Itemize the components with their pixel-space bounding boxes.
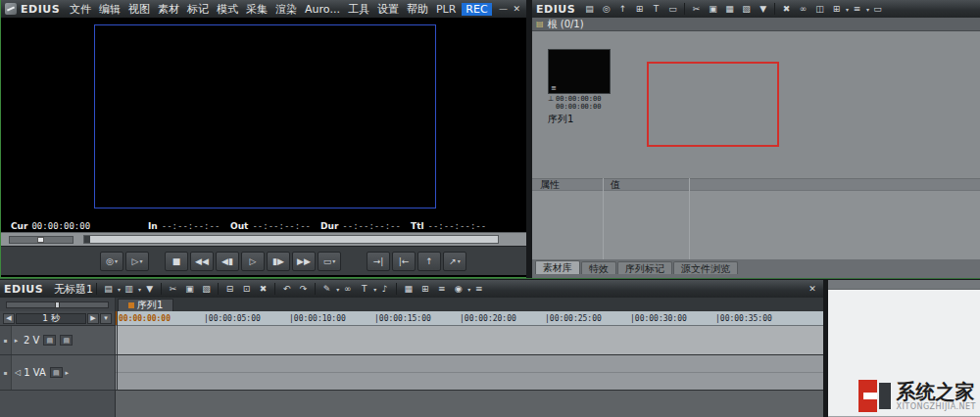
next-frame-button[interactable]: ▮▶ (267, 252, 290, 271)
track-header-2v[interactable]: ▪ ▸ 2 V ▤ ▤ (0, 326, 116, 355)
zoom-in-button[interactable]: ▶ (87, 313, 99, 324)
speaker-icon[interactable]: ◁ (15, 368, 21, 377)
stop-button[interactable]: ■ (165, 252, 188, 271)
add-cut-point-button[interactable]: ↑ (417, 252, 441, 271)
menu-file[interactable]: 文件 (66, 2, 95, 17)
title-tool-icon[interactable]: T (649, 2, 663, 16)
tab-sequence-markers[interactable]: 序列标记 (617, 261, 672, 274)
display-mode-button[interactable]: ▭▾ (318, 252, 341, 271)
delete-icon[interactable]: ✖ (256, 282, 270, 296)
monitor-icon[interactable]: ▭ (870, 2, 885, 16)
menu-tools[interactable]: 工具 (344, 2, 373, 17)
view-mode-icon[interactable]: ◫ (812, 2, 827, 16)
menu-settings[interactable]: 设置 (373, 2, 403, 17)
clip-thumbnail[interactable]: ≡ (548, 49, 611, 94)
thumbnail-toggle-icon[interactable]: ▤ (43, 335, 56, 346)
shuttle-slider[interactable] (9, 236, 74, 244)
plr-mode-button[interactable]: PLR (432, 3, 460, 16)
track-lock-strip[interactable]: ▪ (0, 355, 12, 390)
duplicate-icon[interactable]: ▦ (722, 2, 737, 16)
tab-sequence-1[interactable]: 序列1 (118, 299, 173, 311)
track-header-1va[interactable]: ▪ ◁ 1 VA ▤ ▸ (0, 355, 116, 391)
play-preset-button[interactable]: ▷▾ (125, 252, 149, 271)
menu-icon[interactable]: ≡ (471, 282, 486, 296)
mixer-icon[interactable]: ≡ (434, 282, 449, 296)
set-out-button[interactable]: |← (392, 252, 416, 271)
list-view-icon[interactable]: ≡ (850, 2, 864, 16)
copy-icon[interactable]: ▣ (706, 2, 720, 16)
rec-mode-button[interactable]: REC (462, 3, 491, 16)
pin-icon[interactable]: ▼ (756, 2, 770, 16)
delete-icon[interactable]: ✖ (779, 2, 794, 16)
shuttle-handle[interactable] (37, 237, 44, 243)
thumbnail-toggle-icon[interactable]: ▤ (50, 367, 63, 378)
redo-icon[interactable]: ↷ (296, 282, 311, 296)
undo-icon[interactable]: ↶ (279, 282, 294, 296)
playhead-line[interactable] (117, 311, 118, 391)
new-sequence-icon[interactable]: ▤ (101, 282, 116, 296)
tab-source-browser[interactable]: 源文件浏览 (673, 261, 738, 274)
paste-icon[interactable]: ▧ (739, 2, 754, 16)
bin-folder-tab[interactable]: 根 (0/1) (548, 18, 584, 31)
input-select-button[interactable]: ◎▾ (100, 252, 123, 271)
menu-mode[interactable]: 模式 (213, 2, 242, 17)
track-lane-1va[interactable] (116, 355, 823, 391)
track-expander-icon[interactable]: ▸ (63, 369, 72, 377)
tab-asset-library[interactable]: 素材库 (535, 260, 580, 274)
minimize-button[interactable]: — (498, 4, 510, 14)
track-expander-icon[interactable]: ▸ (12, 337, 21, 345)
folder-icon[interactable]: ▤ (582, 2, 597, 16)
match-frame-icon[interactable]: ⊡ (239, 282, 254, 296)
seek-handle[interactable] (84, 236, 90, 243)
voiceover-icon[interactable]: ♪ (377, 282, 392, 296)
new-folder-icon[interactable]: ⊞ (632, 2, 647, 16)
screen-capture-icon[interactable]: ▭ (665, 2, 680, 16)
timeline-zoom-slider[interactable] (6, 301, 109, 308)
cut-icon[interactable]: ✂ (689, 2, 704, 16)
save-project-icon[interactable]: ▼ (142, 282, 157, 296)
open-project-icon[interactable]: ▥ (122, 282, 136, 296)
tab-effects[interactable]: 特效 (581, 261, 616, 274)
rewind-button[interactable]: ◀◀ (190, 252, 214, 271)
play-button[interactable]: ▷ (241, 252, 265, 271)
seek-bar[interactable] (83, 235, 499, 244)
title-tool-icon[interactable]: T (357, 282, 371, 296)
track-label-2v[interactable]: 2 V (24, 335, 39, 346)
track-lane-filler[interactable] (116, 391, 823, 417)
layout-icon[interactable]: ⊞ (417, 282, 432, 296)
pen-tool-icon[interactable]: ✎ (319, 282, 334, 296)
bin-content-area[interactable]: ≡ ⊥ 00:00:00:00 00:00:00:00 序列1 (532, 31, 980, 178)
clip-card[interactable]: ≡ ⊥ 00:00:00:00 00:00:00:00 序列1 (548, 49, 618, 126)
link-icon[interactable]: ∞ (796, 2, 810, 16)
zoom-value-label[interactable]: 1 秒 (16, 313, 86, 324)
track-lock-strip[interactable]: ▪ (0, 326, 12, 354)
layout-icon[interactable]: ⊞ (829, 2, 844, 16)
paste-icon[interactable]: ▧ (199, 282, 214, 296)
ripple-delete-icon[interactable]: ⊟ (222, 282, 237, 296)
copy-icon[interactable]: ▣ (182, 282, 197, 296)
menu-capture[interactable]: 采集 (242, 2, 271, 17)
prev-frame-button[interactable]: ◀▮ (216, 252, 239, 271)
fast-forward-button[interactable]: ▶▶ (292, 252, 316, 271)
menu-clip[interactable]: 素材 (154, 2, 183, 17)
track-lane-2v[interactable] (116, 326, 823, 355)
timeline-ruler[interactable]: 00:00:00:00 |00:00:05:00 |00:00:10:00 |0… (116, 311, 823, 326)
zoom-out-button[interactable]: ◀ (3, 313, 15, 324)
record-icon[interactable]: ◉ (451, 282, 466, 296)
link-icon[interactable]: ∞ (340, 282, 355, 296)
thumbnail-toggle-icon[interactable]: ▤ (60, 335, 73, 346)
folder-up-icon[interactable]: ↑ (615, 2, 630, 16)
menu-edit[interactable]: 编辑 (95, 2, 124, 17)
colorbar-icon[interactable]: ▦ (401, 282, 416, 296)
menu-render[interactable]: 渲染 (271, 2, 301, 17)
search-icon[interactable]: ◎ (599, 2, 613, 16)
set-in-button[interactable]: →| (367, 252, 390, 271)
export-button[interactable]: ↗▾ (443, 252, 466, 271)
property-name-column[interactable]: 属性 (532, 178, 603, 192)
menu-help[interactable]: 帮助 (403, 2, 432, 17)
timeline-close-button[interactable]: ✕ (806, 284, 819, 294)
close-button[interactable]: ✕ (511, 4, 522, 14)
track-label-1va[interactable]: 1 VA (24, 367, 46, 378)
cut-icon[interactable]: ✂ (166, 282, 180, 296)
property-value-column[interactable]: 值 (603, 178, 620, 192)
